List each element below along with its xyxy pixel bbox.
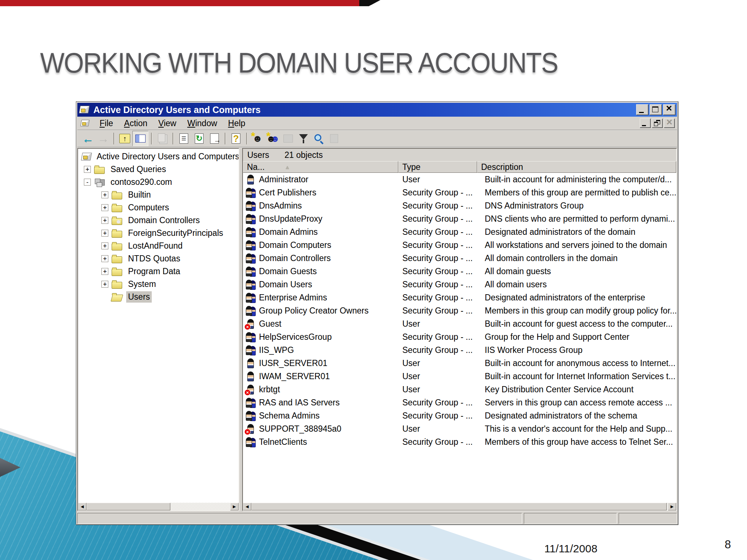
column-header-type[interactable]: Type — [398, 161, 477, 173]
filter-icon[interactable] — [296, 131, 311, 146]
pane-splitter[interactable] — [239, 148, 242, 511]
list-hscrollbar[interactable]: ◀ ▶ — [243, 503, 676, 510]
tree-item-label: contoso290.com — [109, 176, 174, 188]
toolbar-separator — [113, 133, 115, 144]
new-group-icon[interactable] — [265, 131, 280, 146]
tree-item[interactable]: + NTDS Quotas — [78, 252, 239, 265]
table-row[interactable]: IUSR_SERVER01 User Built-in account for … — [243, 357, 676, 370]
slide-date: 11/11/2008 — [531, 542, 611, 555]
table-row[interactable]: SUPPORT_388945a0 User This is a vendor's… — [243, 422, 676, 435]
child-close-button[interactable] — [664, 118, 675, 128]
tree-item[interactable]: + Computers — [78, 201, 239, 214]
status-panel — [619, 513, 677, 524]
close-button[interactable] — [663, 104, 676, 115]
tree-item[interactable]: + Builtin — [78, 188, 239, 201]
new-user-icon[interactable] — [250, 131, 265, 146]
tree-item-label: Active Directory Users and Computers — [95, 151, 239, 162]
table-row[interactable]: Domain Controllers Security Group - ... … — [243, 252, 676, 265]
top-accent-tip — [359, 0, 380, 6]
tree-item[interactable]: Users — [78, 291, 239, 303]
cell-type: User — [399, 319, 481, 329]
table-row[interactable]: Domain Users Security Group - ... All do… — [243, 278, 676, 291]
tree-expander[interactable]: + — [101, 281, 108, 288]
table-row[interactable]: Cert Publishers Security Group - ... Mem… — [243, 186, 676, 199]
child-minimize-button[interactable] — [640, 118, 651, 128]
refresh-icon[interactable] — [191, 131, 207, 146]
table-row[interactable]: DnsAdmins Security Group - ... DNS Admin… — [243, 199, 676, 212]
tree-expander[interactable]: + — [101, 268, 108, 275]
new-ou-icon[interactable] — [280, 131, 296, 146]
status-panel — [524, 513, 617, 524]
tree-item[interactable]: + Domain Controllers — [78, 214, 239, 227]
up-one-level-icon[interactable] — [117, 131, 132, 146]
menu-item[interactable]: Window — [182, 117, 222, 129]
table-row[interactable]: TelnetClients Security Group - ... Membe… — [243, 435, 676, 448]
table-row[interactable]: HelpServicesGroup Security Group - ... G… — [243, 330, 676, 343]
copy-icon[interactable] — [155, 131, 170, 146]
cell-type: Security Group - ... — [399, 345, 481, 355]
table-row[interactable]: IWAM_SERVER01 User Built-in account for … — [243, 370, 676, 383]
aduc-console-icon — [80, 119, 90, 128]
forward-icon[interactable] — [96, 131, 111, 146]
help-icon[interactable] — [228, 131, 244, 146]
tree-item-root[interactable]: Active Directory Users and Computers — [78, 150, 239, 163]
column-header-description[interactable]: Description — [477, 161, 676, 173]
column-header-name[interactable]: Na... — [243, 161, 398, 173]
child-restore-button[interactable] — [652, 118, 663, 128]
properties-icon[interactable] — [176, 131, 191, 146]
export-list-icon[interactable] — [207, 131, 222, 146]
tree-expander[interactable]: - — [84, 179, 91, 186]
group-icon — [245, 213, 256, 225]
scroll-left-button[interactable]: ◀ — [78, 503, 86, 510]
tree-item[interactable]: + Saved Queries — [78, 163, 239, 176]
table-row[interactable]: krbtgt User Key Distribution Center Serv… — [243, 383, 676, 396]
tree-expander[interactable]: + — [101, 204, 108, 211]
tree-item[interactable]: + ForeignSecurityPrincipals — [78, 227, 239, 240]
menu-item[interactable]: Action — [119, 117, 153, 129]
disabled-tool-icon[interactable] — [326, 131, 342, 146]
table-row[interactable]: Group Policy Creator Owners Security Gro… — [243, 304, 676, 317]
menu-item[interactable]: View — [153, 117, 182, 129]
tree-expander[interactable]: + — [101, 255, 108, 262]
scroll-left-button[interactable]: ◀ — [243, 503, 251, 510]
window-titlebar[interactable]: Active Directory Users and Computers — [77, 103, 677, 117]
scroll-thumb[interactable] — [251, 503, 667, 510]
menu-item[interactable]: File — [94, 117, 119, 129]
minimize-button[interactable] — [636, 104, 649, 115]
table-row[interactable]: RAS and IAS Servers Security Group - ...… — [243, 396, 676, 409]
tree-expander[interactable]: + — [101, 242, 108, 249]
tree-hscrollbar[interactable]: ◀ ▶ — [78, 503, 239, 510]
show-hide-console-tree-icon[interactable] — [132, 131, 148, 146]
menu-item[interactable]: Help — [222, 117, 251, 129]
scroll-right-button[interactable]: ▶ — [668, 503, 676, 510]
tree-item[interactable]: + LostAndFound — [78, 240, 239, 252]
table-row[interactable]: Domain Computers Security Group - ... Al… — [243, 238, 676, 252]
cell-type: Security Group - ... — [399, 240, 481, 250]
cell-type: Security Group - ... — [399, 332, 481, 342]
tree-item[interactable]: + System — [78, 278, 239, 291]
maximize-button[interactable] — [650, 104, 662, 115]
table-row[interactable]: Schema Admins Security Group - ... Desig… — [243, 409, 676, 422]
tree-expander[interactable]: + — [84, 166, 91, 173]
cell-name: Schema Admins — [256, 411, 399, 421]
table-row[interactable]: Administrator User Built-in account for … — [243, 173, 676, 186]
table-row[interactable]: DnsUpdateProxy Security Group - ... DNS … — [243, 212, 676, 225]
table-row[interactable]: Domain Guests Security Group - ... All d… — [243, 265, 676, 278]
cell-type: User — [399, 385, 481, 394]
tree-expander[interactable]: + — [101, 230, 108, 237]
tree-item[interactable]: - contoso290.com — [78, 176, 239, 188]
back-icon[interactable] — [80, 131, 96, 146]
scroll-right-button[interactable]: ▶ — [230, 503, 239, 510]
table-row[interactable]: IIS_WPG Security Group - ... IIS Worker … — [243, 343, 676, 357]
tree-expander[interactable]: + — [101, 217, 108, 224]
cell-name: Domain Computers — [256, 240, 399, 250]
scroll-thumb[interactable] — [86, 503, 170, 510]
table-row[interactable]: Enterprise Admins Security Group - ... D… — [243, 291, 676, 304]
find-icon[interactable] — [311, 131, 326, 146]
result-list-pane: Users 21 objects Na... Type Description — [242, 148, 677, 511]
table-row[interactable]: Domain Admins Security Group - ... Desig… — [243, 225, 676, 238]
group-icon — [245, 397, 256, 408]
table-row[interactable]: Guest User Built-in account for guest ac… — [243, 317, 676, 330]
tree-item[interactable]: + Program Data — [78, 265, 239, 278]
tree-expander[interactable]: + — [101, 191, 108, 198]
